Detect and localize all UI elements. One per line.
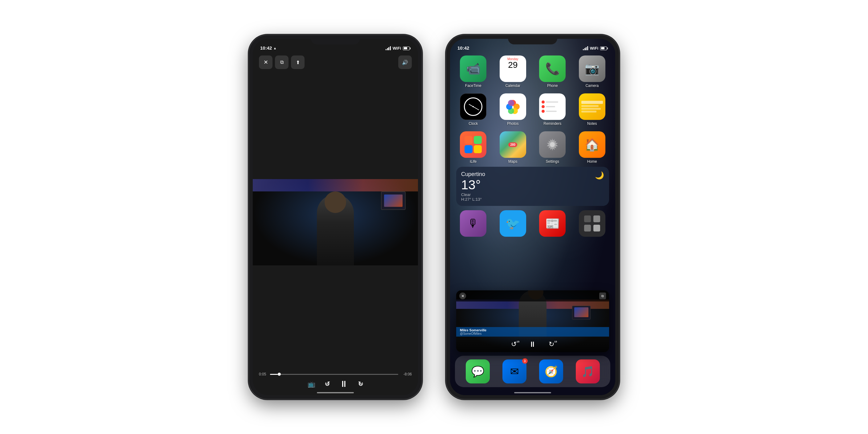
svg-rect-14 <box>593 225 600 231</box>
app-label-photos: Photos <box>507 121 519 126</box>
app-icon-multiapp[interactable] <box>575 210 610 237</box>
video-content <box>253 179 418 266</box>
expand-button[interactable]: ⬆ <box>291 56 305 69</box>
home-time-label: 10:42 <box>458 45 469 51</box>
home-battery-icon <box>600 46 608 50</box>
app-label-notes: Notes <box>587 121 597 126</box>
clock-face <box>464 97 483 116</box>
home-signal-icon <box>583 46 588 50</box>
calendar-date: 29 <box>508 61 518 69</box>
app-icon-camera[interactable]: 📷 Camera <box>575 56 610 88</box>
pip-pause-button[interactable]: ⏸ <box>529 340 536 349</box>
weather-city: Cupertino <box>461 171 485 178</box>
app-icon-podcasts[interactable]: 🎙 <box>456 210 490 237</box>
app-icon-maps[interactable]: 280 Maps <box>496 131 530 164</box>
weather-widget[interactable]: Cupertino 13° 🌙 Clear H:27° L:13° <box>456 167 609 206</box>
playback-controls: 📺 ↺ 15 ⏸ ↻ 15 <box>259 379 412 389</box>
close-button[interactable]: ✕ <box>259 56 273 69</box>
app-row-bottom: 🎙 🐦 📰 <box>450 209 615 239</box>
app-label-phone: Phone <box>547 84 558 88</box>
svg-rect-7 <box>474 136 482 144</box>
app-icon-twitter[interactable]: 🐦 <box>496 210 530 237</box>
pip-handle: @SomeOfMiles <box>460 332 606 335</box>
video-controls-bar: 0:05 -8:06 📺 ↺ 15 ⏸ ↻ 15 <box>253 372 418 395</box>
app-label-maps: Maps <box>508 159 517 164</box>
home-indicator-right <box>514 392 551 393</box>
dock-app-mail[interactable]: ✉ 3 <box>502 360 526 383</box>
app-label-reminders: Reminders <box>544 121 561 126</box>
app-icon-phone[interactable]: 📞 Phone <box>535 56 569 88</box>
app-icon-home[interactable]: 🏠 Home <box>575 131 610 164</box>
progress-row: 0:05 -8:06 <box>259 372 412 376</box>
app-icon-news[interactable]: 📰 <box>535 210 569 237</box>
battery-icon <box>403 46 410 50</box>
app-icon-clock[interactable]: Clock <box>456 93 490 126</box>
dock-app-music[interactable]: 🎵 <box>576 360 600 383</box>
home-status-bar: 10:42 WiFi <box>450 39 615 53</box>
time-current: 0:05 <box>259 372 268 376</box>
app-label-ilife: iLife <box>470 159 476 164</box>
progress-track[interactable] <box>270 374 398 375</box>
location-icon: ▲ <box>273 46 277 50</box>
video-left-controls: ✕ ⧉ ⬆ <box>259 56 305 69</box>
weather-range: H:27° L:13° <box>461 197 604 202</box>
svg-rect-8 <box>465 145 472 153</box>
status-icons: WiFi <box>385 46 410 51</box>
svg-rect-13 <box>584 225 591 231</box>
app-icon-reminders[interactable]: Reminders <box>535 93 569 126</box>
status-bar: 10:42 ▲ WiFi <box>253 39 418 53</box>
app-grid-row1: 📹 FaceTime Monday 29 Calendar 📞 Phone <box>450 53 615 167</box>
svg-rect-11 <box>584 215 591 222</box>
svg-point-5 <box>508 100 514 106</box>
right-phone: 10:42 WiFi <box>446 35 619 399</box>
pip-rewind-button[interactable]: ↺ 15 <box>511 340 517 348</box>
pip-name-tag: Miles Somerville @SomeOfMiles <box>456 327 609 337</box>
forward-button[interactable]: ↻ 15 <box>358 380 364 388</box>
app-icon-photos[interactable]: Photos <box>496 93 530 126</box>
home-wifi-icon: WiFi <box>590 46 598 51</box>
pip-name: Miles Somerville <box>460 328 606 332</box>
app-icon-notes[interactable]: Notes <box>575 93 610 126</box>
airplay-button[interactable]: 📺 <box>308 380 315 388</box>
app-label-settings: Settings <box>546 159 559 164</box>
left-phone: 10:42 ▲ WiFi <box>249 35 422 399</box>
app-label-calendar: Calendar <box>505 84 520 88</box>
home-status-icons: WiFi <box>583 46 608 51</box>
pip-overlay[interactable]: ✕ ⧉ Miles Somerville @SomeOfMiles <box>456 290 609 352</box>
app-label-camera: Camera <box>585 84 598 88</box>
mail-badge: 3 <box>522 358 528 364</box>
rewind-button[interactable]: ↺ 15 <box>324 380 330 388</box>
home-indicator <box>317 392 354 393</box>
svg-rect-12 <box>593 215 600 222</box>
pip-forward-button[interactable]: ↻ 15 <box>549 340 554 348</box>
svg-rect-6 <box>465 136 472 144</box>
time-remaining: -8:06 <box>401 372 412 376</box>
app-icon-ilife[interactable]: iLife <box>456 131 490 164</box>
left-screen: 10:42 ▲ WiFi <box>253 39 418 395</box>
weather-temp: 13° <box>461 178 485 192</box>
pause-button[interactable]: ⏸ <box>339 379 349 389</box>
dock: 💬 ✉ 3 🧭 🎵 <box>455 356 610 387</box>
pip-close-button[interactable]: ✕ <box>459 292 466 299</box>
dock-app-messages[interactable]: 💬 <box>466 360 490 383</box>
time-label: 10:42 <box>260 45 272 51</box>
app-icon-settings[interactable]: Settings <box>535 131 569 164</box>
right-screen: 10:42 WiFi <box>450 39 615 395</box>
svg-rect-9 <box>474 145 482 153</box>
app-icon-facetime[interactable]: 📹 FaceTime <box>456 56 490 88</box>
pip-playback-controls: ↺ 15 ⏸ ↻ 15 <box>456 337 609 352</box>
video-area <box>253 72 418 372</box>
wifi-icon: WiFi <box>393 46 401 51</box>
dock-app-safari[interactable]: 🧭 <box>539 360 563 383</box>
pip-top-bar: ✕ ⧉ <box>456 290 609 302</box>
weather-condition: Clear <box>461 192 604 197</box>
app-label-facetime: FaceTime <box>465 84 482 88</box>
signal-icon <box>385 46 391 50</box>
video-top-controls: ✕ ⧉ ⬆ 🔊 <box>253 53 418 72</box>
volume-button[interactable]: 🔊 <box>398 56 412 69</box>
app-icon-calendar[interactable]: Monday 29 Calendar <box>496 56 530 88</box>
pip-button[interactable]: ⧉ <box>275 56 288 69</box>
video-frame <box>253 179 418 266</box>
app-label-clock: Clock <box>468 121 478 126</box>
pip-expand-button[interactable]: ⧉ <box>599 292 606 299</box>
